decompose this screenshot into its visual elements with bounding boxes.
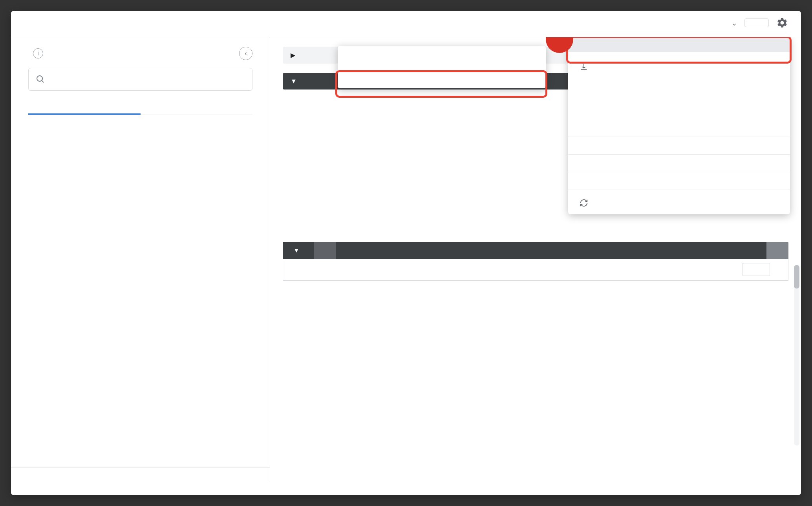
main-panel: ▶ ▼ ▼ (270, 37, 801, 482)
timezone-dropdown[interactable]: ⌄ (730, 18, 737, 27)
menu-save-as-look[interactable] (338, 74, 546, 88)
tab-in-use[interactable] (141, 102, 253, 115)
vertical-scrollbar[interactable] (794, 265, 799, 446)
gear-menu (568, 38, 790, 214)
menu-save-new-dashboard[interactable] (338, 46, 546, 60)
menu-save-existing-dashboard[interactable] (338, 60, 546, 74)
top-bar: ⌄ (11, 11, 801, 37)
gear-icon[interactable] (776, 16, 788, 29)
tab-all-fields[interactable] (28, 102, 141, 115)
chevron-down-icon: ⌄ (731, 18, 737, 27)
menu-get-lookml[interactable] (568, 139, 790, 153)
search-icon (36, 74, 45, 84)
tab-data[interactable]: ▼ (283, 242, 314, 259)
results-table[interactable] (283, 280, 788, 281)
add-calculation-button[interactable] (766, 242, 788, 259)
menu-save-schedule[interactable] (568, 107, 790, 121)
download-icon (578, 63, 589, 71)
svg-point-0 (37, 76, 42, 81)
menu-share[interactable] (568, 121, 790, 135)
run-button[interactable] (744, 18, 769, 27)
save-submenu (338, 46, 546, 88)
field-search-input[interactable] (28, 68, 252, 91)
menu-remove-fields-filters[interactable] (568, 174, 790, 188)
menu-send[interactable] (568, 93, 790, 107)
menu-save[interactable] (568, 38, 790, 52)
tab-results[interactable] (314, 242, 336, 259)
menu-clear-cache-refresh[interactable] (568, 192, 790, 214)
data-section-tabs: ▼ (283, 242, 788, 259)
row-limit-bar (283, 259, 788, 280)
caret-down-icon: ▼ (294, 247, 299, 254)
menu-open-google-sheets[interactable] (568, 79, 790, 93)
collapse-sidebar-icon[interactable]: ‹ (239, 47, 252, 60)
info-icon[interactable]: i (33, 48, 43, 58)
refresh-icon (578, 199, 589, 207)
field-picker-sidebar: i ‹ (11, 37, 270, 482)
menu-download[interactable] (568, 56, 790, 79)
caret-down-icon: ▼ (291, 78, 297, 85)
menu-merge-results[interactable] (568, 156, 790, 170)
svg-line-1 (42, 80, 44, 82)
caret-right-icon: ▶ (291, 51, 295, 59)
app-window: ⌄ i ‹ (11, 11, 801, 495)
row-limit-input[interactable] (743, 263, 770, 276)
tab-sql[interactable] (336, 242, 358, 259)
